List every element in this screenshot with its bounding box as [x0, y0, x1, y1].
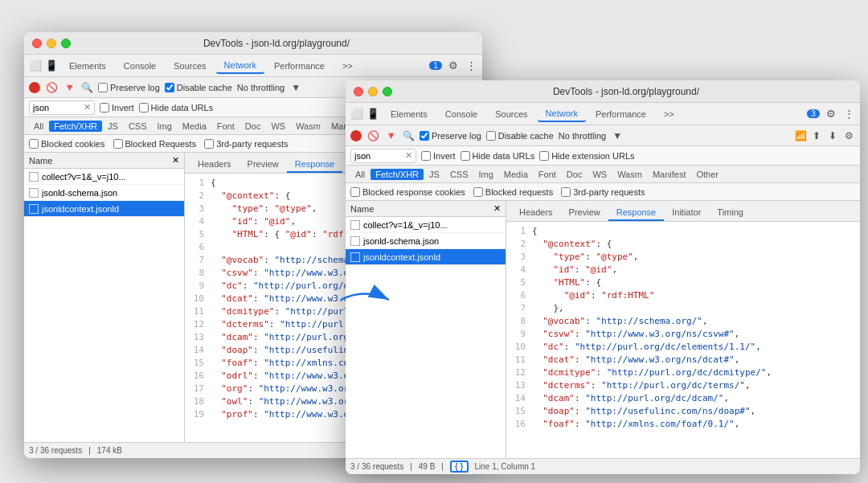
front-blocked-response[interactable]: Blocked response cookies [350, 187, 465, 197]
back-clear-button[interactable]: 🚫 [45, 81, 58, 94]
back-preserve-log-label[interactable]: Preserve log [98, 83, 160, 92]
front-invert-check[interactable] [421, 151, 431, 161]
front-preserve-log-check[interactable] [420, 131, 429, 141]
front-type-other[interactable]: Other [691, 169, 723, 180]
front-hide-data-check[interactable] [461, 151, 470, 161]
front-device-icon[interactable]: 📱 [366, 108, 379, 121]
back-device-icon[interactable]: 📱 [45, 59, 58, 72]
front-type-img[interactable]: Img [474, 169, 498, 180]
back-maximize-button[interactable] [61, 39, 71, 48]
back-file-item-0[interactable]: collect?v=1&_v=j10... [24, 169, 184, 185]
back-tab-console[interactable]: Console [116, 59, 164, 73]
back-tab-sources[interactable]: Sources [166, 59, 214, 73]
back-third-party-check[interactable] [204, 139, 214, 149]
back-disable-cache-label[interactable]: Disable cache [165, 83, 232, 92]
back-tab-preview[interactable]: Preview [240, 157, 287, 173]
front-tab-network[interactable]: Network [538, 106, 586, 122]
back-tab-elements[interactable]: Elements [61, 59, 114, 73]
front-file-item-1[interactable]: jsonld-schema.json [346, 233, 506, 249]
front-record-button[interactable] [350, 130, 362, 141]
front-type-all[interactable]: All [350, 169, 370, 180]
back-tab-performance[interactable]: Performance [266, 59, 333, 73]
back-close-button[interactable] [32, 39, 42, 48]
back-tab-network[interactable]: Network [216, 58, 264, 74]
front-file-item-2[interactable]: jsonldcontext.jsonld [346, 249, 506, 265]
front-settings-icon[interactable]: ⚙ [825, 108, 837, 121]
back-record-button[interactable] [29, 82, 40, 93]
front-filter-icon[interactable]: 🔻 [384, 129, 397, 142]
front-search-input[interactable] [354, 151, 403, 161]
back-disable-cache-check[interactable] [165, 83, 174, 92]
front-type-ws[interactable]: WS [588, 169, 612, 180]
front-hide-data-label[interactable]: Hide data URLs [461, 151, 535, 161]
front-type-css[interactable]: CSS [445, 169, 473, 180]
back-type-wasm[interactable]: Wasm [291, 121, 326, 132]
front-tab-elements[interactable]: Elements [383, 107, 436, 121]
front-minimize-button[interactable] [368, 87, 378, 96]
front-tab-timing[interactable]: Timing [709, 205, 751, 221]
front-inspect-icon[interactable]: ⬜ [350, 108, 363, 121]
back-blocked-cookies[interactable]: Blocked cookies [29, 139, 105, 149]
front-blocked-response-check[interactable] [350, 187, 360, 197]
back-type-ws[interactable]: WS [266, 121, 290, 132]
front-blocked-requests-check[interactable] [473, 187, 483, 197]
front-tab-preview[interactable]: Preview [561, 205, 608, 221]
front-close-col-icon[interactable]: ✕ [493, 203, 501, 214]
back-type-img[interactable]: Img [153, 121, 177, 132]
back-search-input[interactable] [33, 103, 81, 113]
back-preserve-log-check[interactable] [98, 83, 108, 92]
back-type-media[interactable]: Media [178, 121, 211, 132]
back-blocked-requests-check[interactable] [113, 139, 123, 149]
front-file-item-0[interactable]: collect?v=1&_v=j10... [346, 217, 506, 233]
back-tab-response[interactable]: Response [287, 157, 343, 173]
front-clear-search[interactable]: ✕ [405, 150, 412, 161]
front-settings2-icon[interactable]: ⚙ [842, 129, 855, 142]
front-clear-button[interactable]: 🚫 [366, 129, 379, 142]
back-type-js[interactable]: JS [103, 121, 123, 132]
front-type-wasm[interactable]: Wasm [612, 169, 647, 180]
back-blocked-cookies-check[interactable] [29, 139, 39, 149]
front-tab-response[interactable]: Response [608, 205, 665, 221]
back-filter-icon[interactable]: 🔻 [63, 81, 76, 94]
back-type-font[interactable]: Font [212, 121, 240, 132]
back-throttle-arrow[interactable]: ▼ [289, 81, 302, 94]
back-hide-data-check[interactable] [139, 103, 149, 113]
front-invert-label[interactable]: Invert [421, 151, 456, 161]
back-more-icon[interactable]: ⋮ [465, 59, 477, 72]
back-file-item-2[interactable]: jsonldcontext.jsonld [24, 201, 184, 217]
back-inspect-icon[interactable]: ⬜ [29, 59, 42, 72]
front-tab-performance[interactable]: Performance [588, 107, 654, 121]
back-type-css[interactable]: CSS [124, 121, 152, 132]
front-preserve-log-label[interactable]: Preserve log [420, 131, 481, 141]
front-disable-cache-check[interactable] [486, 131, 496, 141]
back-close-col-icon[interactable]: ✕ [172, 155, 179, 166]
back-invert-check[interactable] [100, 103, 109, 113]
front-tab-initiator[interactable]: Initiator [664, 205, 709, 221]
front-hide-ext-check[interactable] [539, 151, 549, 161]
front-hide-ext-label[interactable]: Hide extension URLs [539, 151, 634, 161]
back-type-all[interactable]: All [29, 121, 48, 132]
back-tab-headers[interactable]: Headers [190, 157, 240, 173]
front-type-media[interactable]: Media [499, 169, 533, 180]
back-tab-more[interactable]: >> [334, 59, 361, 73]
front-status-badge[interactable]: { } [450, 460, 469, 473]
front-type-manifest[interactable]: Manifest [648, 169, 691, 180]
front-more-icon[interactable]: ⋮ [842, 108, 855, 121]
back-type-fetch[interactable]: Fetch/XHR [49, 121, 102, 132]
front-type-doc[interactable]: Doc [562, 169, 588, 180]
back-minimize-button[interactable] [47, 39, 56, 48]
front-tab-sources[interactable]: Sources [487, 107, 535, 121]
back-invert-label[interactable]: Invert [100, 103, 134, 113]
front-search-icon[interactable]: 🔍 [402, 129, 415, 142]
front-tab-headers[interactable]: Headers [511, 205, 561, 221]
back-type-doc[interactable]: Doc [240, 121, 266, 132]
front-disable-cache-label[interactable]: Disable cache [486, 131, 554, 141]
front-maximize-button[interactable] [383, 87, 392, 96]
back-third-party[interactable]: 3rd-party requests [204, 139, 288, 149]
front-type-font[interactable]: Font [534, 169, 561, 180]
back-file-item-1[interactable]: jsonld-schema.json [24, 185, 184, 201]
front-blocked-requests[interactable]: Blocked requests [473, 187, 553, 197]
front-tab-console[interactable]: Console [437, 107, 485, 121]
front-third-party-check[interactable] [561, 187, 571, 197]
back-hide-data-label[interactable]: Hide data URLs [139, 103, 214, 113]
